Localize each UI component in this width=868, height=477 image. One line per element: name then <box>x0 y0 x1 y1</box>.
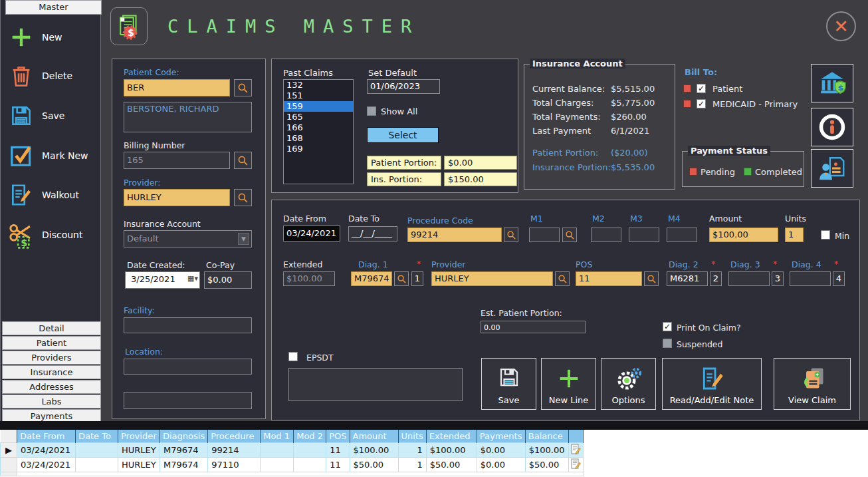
table-row-partial[interactable] <box>1 472 584 476</box>
cell[interactable] <box>261 442 294 457</box>
m4-field[interactable] <box>667 228 697 242</box>
diag3-field[interactable] <box>728 271 770 286</box>
row-selector[interactable] <box>1 457 17 472</box>
row-note-icon[interactable] <box>568 442 583 457</box>
mark-new-button[interactable]: Mark New <box>6 138 99 173</box>
diag1-search-button[interactable] <box>394 271 409 286</box>
cell[interactable]: $50.00 <box>350 457 398 472</box>
pos-search-button[interactable] <box>644 271 659 286</box>
bill-to-medicaid-checkbox[interactable]: ✓ <box>697 99 706 108</box>
list-item[interactable]: 151 <box>284 90 353 101</box>
insurance-bank-button[interactable]: $ <box>811 64 853 102</box>
tab-detail[interactable]: Detail <box>2 321 101 335</box>
note-textarea[interactable] <box>288 368 463 401</box>
bill-to-patient-checkbox[interactable]: ✓ <box>697 84 706 93</box>
min-checkbox[interactable] <box>821 230 830 239</box>
insurance-account-select[interactable]: Default ▼ <box>124 230 252 247</box>
epsdt-checkbox[interactable] <box>288 352 298 361</box>
provider-field[interactable]: HURLEY <box>124 189 230 206</box>
col-header[interactable]: Payments <box>477 430 525 442</box>
cell[interactable] <box>76 457 118 472</box>
select-button[interactable]: Select <box>367 127 439 143</box>
show-all-checkbox[interactable] <box>367 106 376 116</box>
new-button[interactable]: New <box>6 20 99 55</box>
pos-field[interactable]: 11 <box>576 271 642 286</box>
tab-labs[interactable]: Labs <box>2 395 101 408</box>
ins-portion-value[interactable]: $150.00 <box>444 172 517 186</box>
cell[interactable]: 03/24/2021 <box>17 457 76 472</box>
patient-code-field[interactable]: BER <box>124 79 230 96</box>
provider-search-button[interactable] <box>234 189 252 206</box>
view-claim-button[interactable]: View Claim <box>774 358 851 410</box>
cell[interactable]: 99214 <box>208 442 261 457</box>
cell[interactable]: 1 <box>398 457 426 472</box>
read-add-edit-note-button[interactable]: Read/Add/Edit Note <box>662 358 762 410</box>
delete-button[interactable]: Delete <box>6 59 99 93</box>
diag4-field[interactable] <box>790 271 831 286</box>
col-header[interactable]: POS <box>326 430 350 442</box>
patient-search-button[interactable] <box>234 79 252 96</box>
cell[interactable]: 1 <box>398 442 426 457</box>
location-field[interactable] <box>124 359 252 375</box>
procedure-code-field[interactable]: 99214 <box>407 228 502 242</box>
cell[interactable] <box>261 457 294 472</box>
list-item[interactable]: 166 <box>284 122 353 133</box>
discount-button[interactable]: $ Discount <box>6 218 99 252</box>
col-header[interactable]: Balance <box>525 430 568 442</box>
units-field[interactable]: 1 <box>785 228 804 242</box>
list-item-selected[interactable]: 159 <box>284 101 353 112</box>
cell[interactable]: M79674 <box>160 457 208 472</box>
copay-field[interactable]: $0.00 <box>204 271 252 289</box>
walkout-button[interactable]: Walkout <box>6 178 99 212</box>
tab-master[interactable]: Master <box>5 0 102 15</box>
cell[interactable]: 11 <box>326 442 350 457</box>
row-selector[interactable] <box>1 472 17 476</box>
print-on-claim-checkbox[interactable]: ✓ <box>663 322 672 331</box>
new-line-button[interactable]: New Line <box>541 358 596 410</box>
billing-number-field[interactable]: 165 <box>124 152 230 169</box>
cell[interactable] <box>294 457 326 472</box>
col-header[interactable]: Provider <box>118 430 160 442</box>
billing-search-button[interactable] <box>234 152 252 169</box>
detail-provider-search-button[interactable] <box>555 271 570 286</box>
col-header[interactable]: Date From <box>17 430 76 442</box>
list-item[interactable]: 169 <box>284 144 353 154</box>
save-line-button[interactable]: Save <box>481 358 536 410</box>
detail-provider-field[interactable]: HURLEY <box>431 271 553 286</box>
save-button-sidebar[interactable]: Save <box>6 98 99 133</box>
options-button[interactable]: Options <box>601 358 656 410</box>
calendar-icon[interactable]: ▦▾ <box>187 274 198 283</box>
m1-search-button[interactable] <box>562 228 577 242</box>
list-item[interactable]: 168 <box>284 133 353 144</box>
claim-lines-grid[interactable]: Date From Date To Provider Diagnosis Pro… <box>0 430 868 477</box>
cell[interactable]: 11 <box>326 457 350 472</box>
row-note-icon[interactable] <box>568 457 583 472</box>
diag3-order-box[interactable]: 3 <box>772 271 784 286</box>
info-button[interactable] <box>811 108 853 146</box>
amount-field[interactable]: $100.00 <box>709 228 778 242</box>
list-item[interactable]: 165 <box>284 112 353 122</box>
m2-field[interactable] <box>591 228 621 242</box>
col-header[interactable]: Extended <box>426 430 477 442</box>
extra-field[interactable] <box>124 392 252 409</box>
patient-portion-value[interactable]: $0.00 <box>444 156 517 170</box>
close-icon[interactable]: ✕ <box>826 11 856 41</box>
cell[interactable]: $0.00 <box>477 442 525 457</box>
table-row[interactable]: 03/24/2021 HURLEY M79674 97110 11 $50.00… <box>1 457 584 472</box>
col-header[interactable]: Mod 1 <box>261 430 294 442</box>
date-created-field[interactable]: 3/25/2021 ▦▾ <box>125 271 200 289</box>
tab-patient[interactable]: Patient <box>2 336 101 350</box>
cell[interactable]: M79674 <box>160 442 208 457</box>
m1-field[interactable] <box>529 228 560 242</box>
col-header[interactable]: Units <box>398 430 426 442</box>
m3-field[interactable] <box>629 228 659 242</box>
est-patient-portion-field[interactable]: 0.00 <box>481 321 586 333</box>
date-from-field[interactable]: 03/24/2021 <box>283 226 340 241</box>
cell[interactable] <box>76 442 118 457</box>
facility-field[interactable] <box>124 317 252 333</box>
cell[interactable]: $100.00 <box>525 442 568 457</box>
col-header[interactable]: Amount <box>350 430 398 442</box>
cell[interactable]: $100.00 <box>350 442 398 457</box>
patient-info-button[interactable] <box>811 149 853 188</box>
claim-lines-table[interactable]: Date From Date To Provider Diagnosis Pro… <box>0 430 584 476</box>
